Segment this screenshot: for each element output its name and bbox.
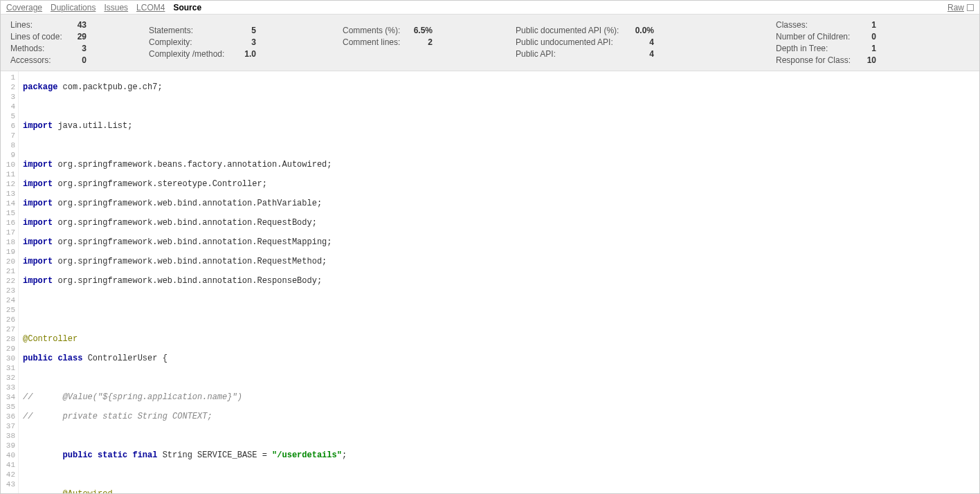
metric-children-label: Number of Children:	[776, 32, 859, 42]
metric-accessors-label: Accessors:	[10, 55, 66, 65]
metric-rfc-value: 10	[859, 55, 876, 65]
metric-comment-lines-label: Comment lines:	[343, 37, 408, 47]
metric-loc-label: Lines of code:	[10, 32, 66, 42]
metric-comment-lines-value: 2	[408, 37, 433, 47]
metric-cpm-label: Complexity /method:	[149, 49, 235, 59]
metric-pub-undoc-label: Public undocumented API:	[516, 37, 630, 47]
new-window-icon	[967, 4, 974, 11]
metric-pub-doc-value: 0.0%	[630, 26, 654, 35]
raw-link[interactable]: Raw	[947, 3, 974, 12]
tab-duplications[interactable]: Duplications	[51, 3, 96, 12]
code-area: 1234567891011121314151617181920212223242…	[1, 71, 979, 494]
line-gutter: 1234567891011121314151617181920212223242…	[1, 71, 19, 494]
metric-classes-label: Classes:	[776, 20, 859, 30]
metrics-group-size: Lines:43 Lines of code:29 Methods:3 Acce…	[10, 20, 149, 65]
metric-comments-pct-value: 6.5%	[408, 26, 433, 35]
metric-classes-value: 1	[859, 20, 876, 30]
tabs-bar: Coverage Duplications Issues LCOM4 Sourc…	[1, 1, 979, 15]
metric-depth-label: Depth in Tree:	[776, 44, 859, 53]
metric-complexity-value: 3	[235, 37, 256, 47]
metric-pub-doc-label: Public documented API (%):	[516, 26, 630, 35]
tab-issues[interactable]: Issues	[104, 3, 128, 12]
metric-children-value: 0	[859, 32, 876, 42]
raw-label: Raw	[947, 3, 964, 12]
metric-rfc-label: Response for Class:	[776, 55, 859, 65]
metric-pub-api-value: 4	[630, 49, 654, 59]
metrics-group-api: Public documented API (%):0.0% Public un…	[516, 20, 772, 65]
metric-loc-value: 29	[66, 32, 87, 42]
metrics-panel: Lines:43 Lines of code:29 Methods:3 Acce…	[1, 15, 979, 71]
metric-methods-value: 3	[66, 44, 87, 53]
metric-methods-label: Methods:	[10, 44, 66, 53]
metrics-group-comments: Comments (%):6.5% Comment lines:2	[343, 20, 516, 65]
metric-lines-value: 43	[66, 20, 87, 30]
metric-statements-value: 5	[235, 26, 256, 35]
metric-pub-undoc-value: 4	[630, 37, 654, 47]
metrics-group-complexity: Statements:5 Complexity:3 Complexity /me…	[149, 20, 343, 65]
metric-depth-value: 1	[859, 44, 876, 53]
metric-lines-label: Lines:	[10, 20, 66, 30]
tab-lcom4[interactable]: LCOM4	[136, 3, 165, 12]
metric-pub-api-label: Public API:	[516, 49, 630, 59]
source-code: package com.packtpub.ge.ch7; import java…	[19, 71, 412, 494]
metric-complexity-label: Complexity:	[149, 37, 235, 47]
metric-statements-label: Statements:	[149, 26, 235, 35]
metrics-group-design: Classes:1 Number of Children:0 Depth in …	[776, 20, 970, 65]
metric-comments-pct-label: Comments (%):	[343, 26, 408, 35]
metric-accessors-value: 0	[66, 55, 87, 65]
tab-coverage[interactable]: Coverage	[6, 3, 42, 12]
metric-cpm-value: 1.0	[235, 49, 256, 59]
tab-source[interactable]: Source	[173, 3, 201, 12]
